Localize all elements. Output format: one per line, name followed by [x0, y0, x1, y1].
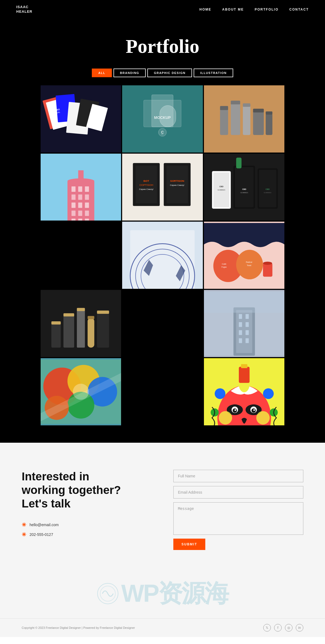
svg-rect-101	[51, 323, 61, 348]
svg-rect-122	[204, 291, 284, 313]
svg-rect-35	[85, 194, 89, 200]
svg-text:MOCKUP: MOCKUP	[154, 115, 171, 120]
svg-point-142	[219, 411, 232, 425]
main-nav: HOME ABOUT ME PORTFOLIO CONTACT	[199, 8, 309, 11]
submit-button[interactable]: SUBMIT	[173, 539, 205, 550]
svg-rect-110	[97, 310, 109, 314]
portfolio-item-12[interactable]	[204, 358, 284, 425]
svg-text:Сярию Сямлу!: Сярию Сямлу!	[139, 188, 154, 190]
svg-rect-37	[78, 202, 82, 208]
contact-info: ✳ hello@email.com ✳ 202-555-0127	[22, 522, 152, 538]
svg-text:Сярию Сямлу!: Сярию Сямлу!	[170, 184, 184, 186]
filter-all[interactable]: ALL	[92, 69, 112, 77]
nav-contact[interactable]: CONTACT	[289, 8, 309, 11]
svg-rect-118	[239, 330, 242, 335]
wp-logo-icon	[97, 583, 119, 604]
portfolio-item-11[interactable]	[41, 358, 121, 425]
nav-about[interactable]: ABOUT ME	[222, 8, 244, 11]
twitter-icon[interactable]: 𝕏	[263, 624, 271, 632]
full-name-input[interactable]	[173, 470, 303, 482]
svg-rect-121	[245, 338, 249, 343]
portfolio-item-6[interactable]: CBD GUMMIES CBD GUMMIES CBD GUMMIES	[204, 154, 284, 221]
svg-point-99	[263, 262, 272, 265]
svg-rect-149	[241, 364, 247, 368]
message-input[interactable]	[173, 502, 303, 535]
svg-point-140	[235, 409, 236, 411]
contact-form: SUBMIT	[173, 470, 303, 550]
linkedin-icon[interactable]: in	[296, 624, 303, 632]
portfolio-item-8[interactable]: Café Fugax Radical Toast	[204, 222, 284, 289]
svg-rect-120	[239, 338, 242, 343]
portfolio-item-10[interactable]	[204, 290, 284, 357]
logo[interactable]: ISAAC HEALER	[16, 5, 32, 14]
filter-buttons: ALL BRANDING GRAPHIC DESIGN ILLUSTRATION	[11, 69, 314, 77]
svg-rect-108	[77, 308, 85, 311]
contact-phone: 202-555-0127	[30, 532, 53, 537]
facebook-icon[interactable]: f	[274, 624, 282, 632]
svg-rect-104	[87, 318, 94, 348]
svg-rect-25	[243, 103, 250, 107]
svg-point-143	[256, 411, 270, 425]
svg-text:Radical: Radical	[246, 261, 252, 263]
svg-rect-26	[253, 109, 264, 112]
svg-rect-32	[85, 186, 89, 192]
svg-rect-113	[236, 310, 252, 353]
instagram-icon[interactable]: ◎	[285, 624, 292, 632]
portfolio-item-1[interactable]: CASTRO CAPITAL	[41, 85, 121, 153]
svg-rect-39	[72, 211, 76, 216]
svg-rect-19	[231, 103, 240, 135]
portfolio-item-2[interactable]: MOCKUP C C	[122, 85, 203, 153]
svg-rect-22	[266, 114, 272, 135]
svg-rect-76	[236, 157, 242, 168]
portfolio-item-7[interactable]: BOEKENBEURS 09/11 – 19/11 2019	[122, 222, 203, 289]
footer-copyright: Copyright © 2023 Freelance Digital Desig…	[22, 626, 135, 629]
filter-graphic-design[interactable]: GRAPHIC DESIGN	[147, 69, 192, 77]
svg-rect-42	[72, 219, 76, 221]
footer-socials: 𝕏 f ◎ in	[263, 624, 303, 632]
svg-text:CBD: CBD	[242, 188, 246, 190]
watermark-section: WP资源海	[0, 566, 325, 618]
contact-left: Interested inworking together?Let's talk…	[22, 470, 152, 538]
svg-rect-84	[130, 230, 195, 289]
svg-text:GUMMIES: GUMMIES	[217, 189, 225, 190]
filter-illustration[interactable]: ILLUSTRATION	[194, 69, 233, 77]
portfolio-section: Portfolio ALL BRANDING GRAPHIC DESIGN IL…	[0, 19, 325, 443]
contact-section: Interested inworking together?Let's talk…	[0, 443, 325, 566]
svg-point-144	[214, 388, 225, 399]
svg-rect-41	[85, 211, 89, 216]
svg-rect-116	[239, 322, 242, 327]
portfolio-item-9[interactable]	[41, 290, 121, 357]
svg-rect-21	[253, 111, 264, 135]
nav-portfolio[interactable]: PORTFOLIO	[255, 8, 278, 11]
svg-rect-20	[243, 105, 250, 135]
svg-rect-58	[78, 170, 84, 184]
svg-text:C: C	[161, 130, 164, 134]
portfolio-item-5[interactable]: БОТ СОРТISOH Сярию Сямлу! SORTISON Сярию…	[122, 154, 203, 221]
svg-rect-44	[85, 219, 89, 221]
contact-email-item: ✳ hello@email.com	[22, 522, 152, 528]
svg-rect-148	[239, 367, 250, 383]
svg-rect-119	[245, 330, 249, 335]
svg-rect-23	[220, 106, 228, 110]
email-input[interactable]	[173, 486, 303, 499]
svg-text:CBD: CBD	[265, 188, 269, 190]
svg-rect-30	[72, 186, 76, 192]
svg-rect-36	[72, 202, 76, 208]
svg-rect-115	[245, 314, 249, 319]
svg-rect-38	[85, 202, 89, 208]
svg-point-141	[253, 409, 255, 411]
portfolio-item-4[interactable]	[41, 154, 121, 221]
svg-text:Toast: Toast	[247, 264, 251, 266]
svg-point-145	[263, 388, 274, 399]
svg-text:Fugax: Fugax	[221, 266, 227, 268]
svg-rect-75	[235, 167, 253, 207]
nav-home[interactable]: HOME	[199, 8, 211, 11]
svg-rect-24	[231, 101, 240, 104]
portfolio-item-3[interactable]	[204, 85, 284, 153]
svg-rect-105	[97, 313, 109, 348]
filter-branding[interactable]: BRANDING	[113, 69, 146, 77]
svg-text:GUMMIES: GUMMIES	[264, 192, 271, 193]
svg-rect-114	[239, 314, 242, 319]
svg-rect-33	[72, 194, 76, 200]
site-header: ISAAC HEALER HOME ABOUT ME PORTFOLIO CON…	[0, 0, 325, 19]
